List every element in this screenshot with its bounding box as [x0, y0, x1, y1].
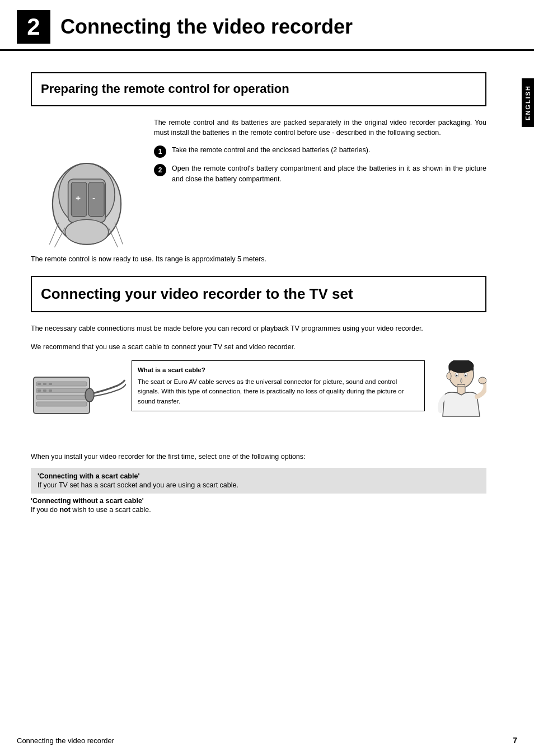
- remote-control-image: + -: [31, 118, 143, 247]
- option2-desc-bold: not: [59, 506, 70, 514]
- connect-layout: What is a scart cable? The scart or Euro…: [31, 360, 486, 440]
- prepare-layout: + - The remote control and its batteries…: [31, 118, 486, 247]
- section2-title-box: Connecting your video recorder to the TV…: [31, 276, 486, 313]
- language-tab: ENGLISH: [522, 78, 534, 127]
- section2-intro1: The necessary cable connections must be …: [31, 323, 486, 334]
- svg-rect-17: [38, 383, 41, 385]
- svg-line-9: [54, 227, 65, 247]
- svg-rect-20: [38, 389, 41, 392]
- step1-text: Take the remote control and the enclosed…: [172, 145, 486, 156]
- section1-title-box: Preparing the remote control for operati…: [31, 72, 486, 106]
- option2-desc-prefix: If you do: [31, 506, 59, 514]
- option1-row: 'Connecting with a scart cable' If your …: [31, 468, 486, 494]
- chapter-title: Connecting the video recorder: [60, 15, 353, 39]
- svg-rect-4: [88, 182, 104, 216]
- svg-rect-19: [49, 383, 52, 385]
- vcr-image: [31, 360, 126, 440]
- page-header: 2 Connecting the video recorder: [0, 0, 534, 51]
- prepare-text-area: The remote control and its batteries are…: [154, 118, 486, 247]
- option2-title: 'Connecting without a scart cable': [31, 497, 486, 505]
- section1-title: Preparing the remote control for operati…: [41, 81, 476, 97]
- footer-page-number: 7: [513, 736, 517, 745]
- info-box: What is a scart cable? The scart or Euro…: [132, 360, 425, 411]
- svg-point-30: [447, 373, 451, 379]
- info-box-text: The scart or Euro AV cable serves as the…: [138, 377, 419, 406]
- svg-line-8: [49, 222, 59, 244]
- chapter-number: 2: [17, 10, 50, 44]
- step2: 2 Open the remote control's battery comp…: [154, 163, 486, 185]
- svg-point-28: [456, 374, 458, 376]
- svg-rect-15: [36, 395, 87, 400]
- options-area: When you install your video recorder for…: [31, 452, 486, 514]
- svg-point-23: [85, 388, 94, 402]
- svg-text:-: -: [92, 192, 95, 202]
- svg-rect-18: [43, 383, 46, 385]
- svg-point-7: [65, 219, 109, 244]
- svg-rect-16: [36, 402, 87, 406]
- svg-rect-22: [49, 389, 52, 392]
- option2-desc: If you do not wish to use a scart cable.: [31, 506, 486, 514]
- ready-text: The remote control is now ready to use. …: [31, 254, 486, 265]
- step2-text: Open the remote control's battery compar…: [172, 163, 486, 185]
- option2-desc-suffix: wish to use a scart cable.: [71, 506, 151, 514]
- info-box-title: What is a scart cable?: [138, 365, 419, 375]
- option2-row: 'Connecting without a scart cable' If yo…: [31, 497, 486, 514]
- svg-rect-21: [43, 389, 46, 392]
- options-intro: When you install your video recorder for…: [31, 452, 486, 462]
- option1-desc: If your TV set has a scart socket and yo…: [38, 481, 480, 489]
- svg-text:+: +: [76, 192, 81, 202]
- option1-title: 'Connecting with a scart cable': [38, 472, 480, 480]
- remote-svg: + -: [31, 123, 143, 247]
- vcr-svg: [31, 360, 126, 439]
- person-svg: [430, 360, 486, 439]
- section2-intro2: We recommend that you use a scart cable …: [31, 342, 486, 353]
- main-content: Preparing the remote control for operati…: [0, 51, 517, 525]
- footer-chapter-title: Connecting the video recorder: [17, 736, 114, 745]
- section2-title: Connecting your video recorder to the TV…: [41, 285, 476, 304]
- step1-number: 1: [154, 145, 166, 158]
- page-footer: Connecting the video recorder 7: [0, 736, 534, 745]
- step2-number: 2: [154, 164, 166, 176]
- svg-point-32: [479, 377, 486, 384]
- svg-point-29: [465, 374, 467, 376]
- section1-intro: The remote control and its batteries are…: [154, 118, 486, 139]
- svg-line-10: [115, 222, 123, 244]
- step1: 1 Take the remote control and the enclos…: [154, 145, 486, 158]
- person-image: [430, 360, 486, 440]
- info-box-area: What is a scart cable? The scart or Euro…: [132, 360, 486, 440]
